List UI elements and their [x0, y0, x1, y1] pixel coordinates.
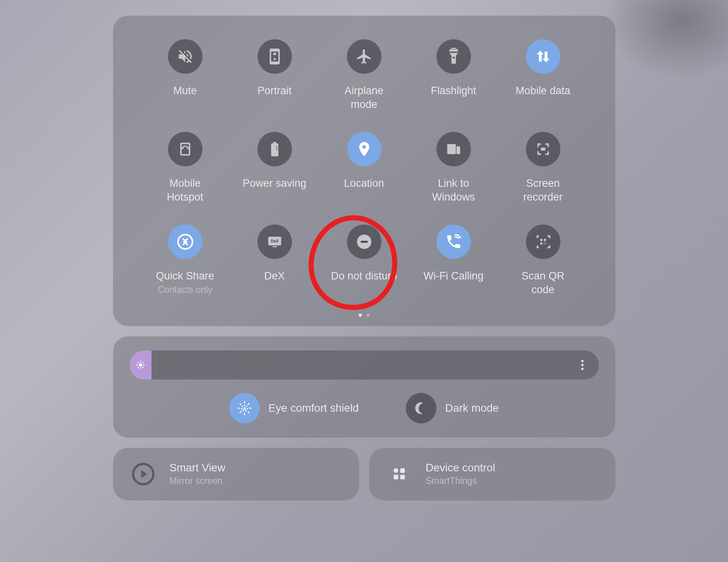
- location-icon: [347, 132, 381, 166]
- power-saving-tile[interactable]: Power saving: [234, 132, 316, 204]
- svg-rect-1: [456, 146, 460, 154]
- device-control-title: Device control: [426, 462, 495, 474]
- quick-settings-grid: Mute Portrait Airplane mode Flashlight: [144, 39, 584, 297]
- smart-view-subtitle: Mirror screen: [170, 476, 226, 486]
- power-saving-icon: [257, 132, 292, 166]
- hotspot-icon: [168, 132, 203, 166]
- mute-tile[interactable]: Mute: [144, 39, 226, 111]
- display-toggles-row: A Eye comfort shield Dark mode: [130, 393, 599, 423]
- svg-text:DeX: DeX: [271, 239, 279, 243]
- mobile-data-icon: [526, 39, 560, 74]
- flashlight-icon: [436, 39, 471, 74]
- brightness-icon: [136, 360, 145, 370]
- svg-point-17: [581, 360, 584, 362]
- link-windows-icon: [436, 132, 471, 166]
- svg-point-2: [178, 235, 192, 249]
- dnd-icon: [347, 224, 381, 259]
- eye-comfort-label: Eye comfort shield: [268, 402, 359, 414]
- brightness-slider[interactable]: [130, 350, 599, 380]
- more-vertical-icon: [581, 360, 584, 370]
- mobile-hotspot-tile[interactable]: Mobile Hotspot: [144, 132, 226, 204]
- flashlight-tile[interactable]: Flashlight: [413, 39, 494, 111]
- quick-share-label: Quick Share: [156, 269, 214, 283]
- page-dot-2[interactable]: [367, 314, 370, 317]
- link-to-windows-label: Link to Windows: [420, 177, 487, 204]
- mobile-data-label: Mobile data: [516, 84, 571, 98]
- dex-tile[interactable]: DeX DeX: [234, 224, 316, 297]
- mute-label: Mute: [173, 84, 197, 98]
- qr-icon: [526, 224, 560, 259]
- portrait-tile[interactable]: Portrait: [234, 39, 316, 111]
- brightness-panel: A Eye comfort shield Dark mode: [113, 336, 615, 438]
- svg-rect-0: [447, 144, 456, 154]
- dark-mode-icon: [406, 393, 436, 423]
- screen-recorder-label: Screen recorder: [510, 177, 577, 204]
- dark-mode-label: Dark mode: [445, 402, 499, 414]
- svg-line-13: [138, 362, 139, 363]
- svg-rect-32: [400, 468, 405, 473]
- airplane-icon: [347, 39, 381, 74]
- svg-point-8: [139, 363, 142, 367]
- scan-qr-label: Scan QR code: [510, 269, 577, 297]
- svg-text:A: A: [243, 406, 246, 411]
- svg-line-26: [240, 403, 241, 405]
- location-tile[interactable]: Location: [323, 132, 405, 204]
- dark-mode-toggle[interactable]: Dark mode: [406, 393, 499, 423]
- svg-line-15: [142, 362, 143, 363]
- device-control-card[interactable]: Device control SmartThings: [369, 448, 615, 500]
- do-not-disturb-tile[interactable]: Do not disturb: [323, 224, 405, 297]
- screen-recorder-tile[interactable]: Screen recorder: [502, 132, 584, 204]
- quick-share-icon: [168, 224, 203, 259]
- quick-settings-panel: Mute Portrait Airplane mode Flashlight: [113, 16, 615, 326]
- svg-line-14: [142, 367, 143, 368]
- bottom-cards-row: Smart View Mirror screen Device control …: [113, 448, 615, 500]
- device-control-icon: [384, 459, 415, 489]
- airplane-mode-tile[interactable]: Airplane mode: [323, 39, 405, 111]
- do-not-disturb-label: Do not disturb: [331, 269, 397, 283]
- device-control-subtitle: SmartThings: [426, 476, 495, 486]
- page-dot-1[interactable]: [359, 314, 362, 317]
- pagination-dots: [144, 314, 584, 317]
- svg-line-27: [248, 412, 249, 413]
- portrait-icon: [257, 39, 292, 74]
- power-saving-label: Power saving: [243, 177, 306, 190]
- wifi-calling-tile[interactable]: Wi-Fi Calling: [413, 224, 494, 297]
- eye-comfort-icon: A: [229, 393, 260, 423]
- screen-recorder-icon: [526, 132, 560, 166]
- svg-rect-7: [360, 241, 367, 243]
- mobile-data-tile[interactable]: Mobile data: [502, 39, 584, 111]
- svg-rect-33: [393, 474, 398, 479]
- wifi-calling-label: Wi-Fi Calling: [423, 269, 484, 283]
- dex-icon: DeX: [257, 224, 292, 259]
- svg-rect-5: [272, 246, 277, 247]
- quick-share-tile[interactable]: Quick Share Contacts only: [144, 224, 226, 297]
- flashlight-label: Flashlight: [431, 84, 476, 98]
- mobile-hotspot-label: Mobile Hotspot: [152, 177, 219, 204]
- smart-view-icon: [128, 459, 159, 489]
- wifi-calling-icon: [436, 224, 471, 259]
- brightness-more-button[interactable]: [575, 357, 590, 373]
- svg-line-16: [138, 367, 139, 368]
- location-label: Location: [344, 177, 384, 190]
- smart-view-card[interactable]: Smart View Mirror screen: [113, 448, 359, 500]
- scan-qr-tile[interactable]: Scan QR code: [502, 224, 584, 297]
- svg-line-28: [248, 403, 249, 405]
- quick-share-sublabel: Contacts only: [158, 285, 212, 295]
- svg-point-18: [581, 364, 584, 366]
- eye-comfort-toggle[interactable]: A Eye comfort shield: [229, 393, 359, 423]
- mute-icon: [168, 39, 203, 74]
- smart-view-title: Smart View: [170, 462, 226, 474]
- portrait-label: Portrait: [257, 84, 292, 98]
- link-to-windows-tile[interactable]: Link to Windows: [413, 132, 494, 204]
- airplane-mode-label: Airplane mode: [331, 84, 398, 111]
- svg-line-29: [240, 412, 241, 413]
- brightness-slider-thumb: [130, 350, 151, 380]
- svg-rect-34: [400, 474, 405, 479]
- dex-label: DeX: [264, 269, 285, 283]
- svg-point-31: [393, 468, 398, 473]
- svg-point-19: [581, 368, 584, 370]
